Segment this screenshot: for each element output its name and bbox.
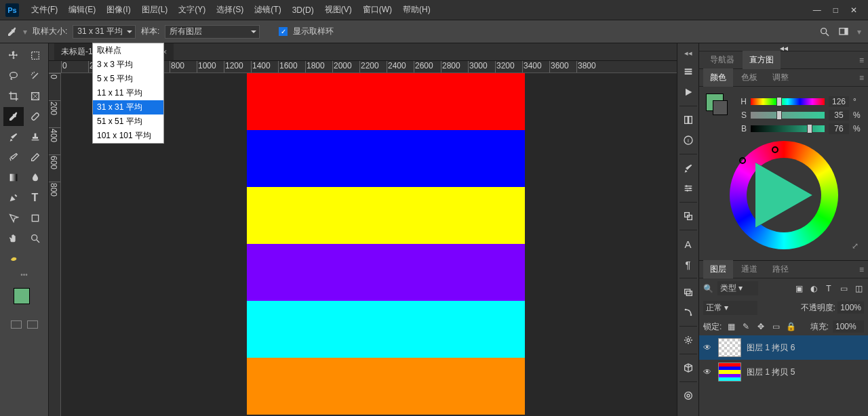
heal-tool[interactable] [25, 107, 45, 126]
history-icon[interactable] [679, 63, 697, 81]
show-ring-checkbox[interactable]: ✓ [279, 27, 288, 36]
crop-tool[interactable] [3, 87, 24, 106]
tab-channels[interactable]: 通道 [734, 260, 764, 278]
lock-brush-icon[interactable]: ✎ [741, 321, 751, 332]
dd-11x11[interactable]: 11 x 11 平均 [93, 86, 163, 100]
clone-icon[interactable] [679, 207, 697, 225]
eraser-tool[interactable] [25, 148, 45, 167]
layer-item[interactable]: 👁 图层 1 拷贝 6 [699, 335, 868, 360]
brush-panel-icon[interactable] [679, 159, 697, 177]
gradient-tool[interactable] [3, 168, 24, 187]
tab-color[interactable]: 颜色 [703, 68, 733, 87]
dd-31x31[interactable]: 31 x 31 平均 [93, 100, 163, 115]
shape-tool[interactable] [25, 209, 45, 228]
filter-image-icon[interactable]: ▣ [793, 283, 804, 294]
panel-menu-icon[interactable]: ≡ [859, 265, 864, 274]
move-tool[interactable] [3, 46, 24, 65]
brush-settings-icon[interactable] [679, 180, 697, 197]
hand-tool[interactable] [3, 229, 24, 248]
character-icon[interactable]: A [679, 235, 697, 253]
lasso-tool[interactable] [3, 66, 24, 85]
layer-name[interactable]: 图层 1 拷贝 5 [747, 367, 795, 378]
menu-image[interactable]: 图像(I) [101, 1, 136, 18]
path-tool[interactable] [3, 209, 24, 228]
tab-swatches[interactable]: 色板 [734, 68, 764, 87]
color-wheel[interactable] [730, 141, 838, 249]
3d-icon[interactable] [679, 359, 697, 377]
menu-select[interactable]: 选择(S) [211, 1, 249, 18]
eye-icon[interactable]: 👁 [703, 343, 713, 352]
sat-value[interactable]: 35 [829, 110, 849, 121]
layers-icon[interactable] [679, 283, 697, 301]
window-maximize-icon[interactable]: □ [833, 5, 838, 15]
dd-point[interactable]: 取样点 [93, 43, 163, 58]
tab-adjustments[interactable]: 调整 [766, 68, 795, 87]
layer-name[interactable]: 图层 1 拷贝 6 [747, 342, 795, 354]
stamp-tool[interactable] [25, 127, 45, 146]
eye-icon[interactable]: 👁 [703, 367, 713, 377]
play-icon[interactable] [679, 83, 697, 101]
window-minimize-icon[interactable]: — [813, 5, 821, 15]
fill-input[interactable]: 100% [833, 320, 864, 333]
search-icon[interactable] [819, 26, 830, 37]
standard-mode-button[interactable] [11, 320, 22, 329]
extra-tool[interactable] [3, 249, 24, 268]
tab-navigator[interactable]: 导航器 [703, 51, 741, 69]
libraries-icon[interactable] [679, 111, 697, 129]
brush-tool[interactable] [3, 127, 24, 146]
paths-icon[interactable] [679, 304, 697, 321]
lock-all-icon[interactable]: 🔒 [785, 321, 796, 332]
lock-move-icon[interactable]: ✥ [755, 321, 766, 332]
bri-value[interactable]: 76 [829, 123, 849, 134]
expand-icon[interactable]: ⤢ [852, 241, 859, 251]
layer-item[interactable]: 👁 图层 1 拷贝 5 [699, 360, 868, 384]
blend-mode-select[interactable]: 正常 ▾ [703, 301, 757, 315]
menu-layer[interactable]: 图层(L) [136, 1, 174, 18]
filter-smart-icon[interactable]: ◫ [853, 283, 864, 294]
properties-icon[interactable] [679, 331, 697, 349]
dd-3x3[interactable]: 3 x 3 平均 [93, 58, 163, 72]
sample-layers-dropdown[interactable]: 所有图层 [165, 25, 260, 39]
filter-shape-icon[interactable]: ▭ [838, 283, 849, 294]
learn-icon[interactable] [679, 387, 697, 404]
history-brush-tool[interactable] [3, 148, 24, 167]
filter-adjust-icon[interactable]: ◐ [808, 283, 819, 294]
foreground-swatch[interactable] [14, 288, 30, 304]
tab-layers[interactable]: 图层 [703, 260, 733, 278]
wand-tool[interactable] [25, 66, 45, 85]
menu-file[interactable]: 文件(F) [26, 1, 63, 18]
panel-menu-icon[interactable]: ≡ [859, 56, 864, 65]
tab-paths[interactable]: 路径 [766, 260, 795, 278]
paragraph-icon[interactable]: ¶ [679, 255, 697, 273]
panel-menu-icon[interactable]: ≡ [859, 73, 864, 83]
blur-tool[interactable] [25, 168, 45, 187]
menu-edit[interactable]: 编辑(E) [63, 1, 101, 18]
zoom-tool[interactable] [25, 229, 45, 248]
menu-view[interactable]: 视图(V) [319, 1, 357, 18]
filter-type-icon[interactable]: T [823, 283, 834, 294]
bri-slider[interactable] [751, 125, 825, 132]
color-swatches[interactable] [14, 284, 30, 304]
quickmask-mode-button[interactable] [27, 320, 38, 329]
pen-tool[interactable] [3, 188, 24, 207]
menu-3d[interactable]: 3D(D) [287, 3, 319, 18]
marquee-tool[interactable] [25, 46, 45, 65]
lock-artboard-icon[interactable]: ▭ [770, 321, 781, 332]
menu-window[interactable]: 窗口(W) [357, 1, 397, 18]
opacity-input[interactable]: 100% [837, 301, 864, 314]
lock-pixels-icon[interactable]: ▦ [726, 321, 736, 332]
info-icon[interactable]: i [679, 131, 697, 149]
menu-help[interactable]: 帮助(H) [397, 1, 436, 18]
menu-type[interactable]: 文字(Y) [173, 1, 211, 18]
dd-51x51[interactable]: 51 x 51 平均 [93, 115, 163, 129]
eyedropper-tool[interactable] [3, 107, 24, 126]
tab-histogram[interactable]: 直方图 [743, 51, 781, 69]
menu-filter[interactable]: 滤镜(T) [249, 1, 286, 18]
dd-101x101[interactable]: 101 x 101 平均 [93, 129, 163, 143]
color-preview[interactable] [706, 93, 730, 118]
sample-size-dropdown[interactable]: 31 x 31 平均 [73, 25, 136, 39]
hue-value[interactable]: 126 [829, 96, 849, 107]
dd-5x5[interactable]: 5 x 5 平均 [93, 72, 163, 86]
hue-slider[interactable] [751, 98, 825, 105]
layer-filter-type[interactable]: 类型 ▾ [717, 281, 758, 295]
